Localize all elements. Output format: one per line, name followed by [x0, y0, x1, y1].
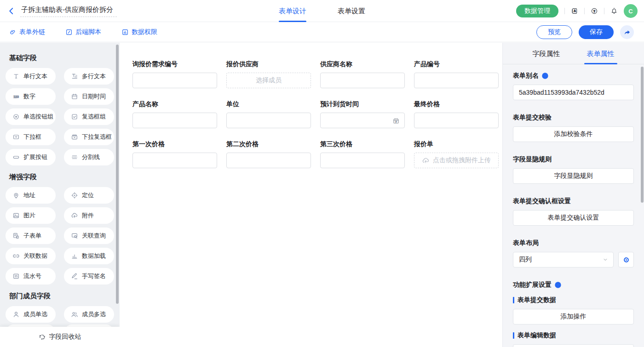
- form-field-date[interactable]: 预计到货时间: [320, 100, 405, 128]
- field-input[interactable]: [414, 113, 499, 128]
- field-recycle-bin[interactable]: 字段回收站: [0, 327, 120, 347]
- field-type-checkbox-group[interactable]: 复选框组: [64, 108, 114, 125]
- help-filled-icon[interactable]: [554, 281, 562, 289]
- field-type-location[interactable]: 定位: [64, 187, 114, 204]
- calendar-icon: [392, 117, 400, 125]
- field-type-subform[interactable]: 子表单: [6, 228, 56, 244]
- form-field-text[interactable]: 供应商名称: [320, 60, 405, 88]
- form-title[interactable]: 子拆主辅助表-供应商报价拆分: [20, 5, 117, 17]
- field-label: 报价供应商: [226, 60, 311, 68]
- tab-field-properties[interactable]: 字段属性: [533, 43, 560, 64]
- field-type-single-line-text[interactable]: 单行文本: [6, 68, 56, 85]
- form-field-text[interactable]: 第三次价格: [320, 140, 405, 168]
- data-manage-button[interactable]: 数据管理: [516, 5, 558, 17]
- sidebar-scrollbar[interactable]: [116, 45, 119, 304]
- external-link-button[interactable]: 表单外链: [9, 28, 45, 36]
- datetime-icon: [71, 93, 78, 100]
- form-field-text[interactable]: 最终价格: [414, 100, 499, 128]
- layout-select[interactable]: 四列: [513, 252, 614, 267]
- form-field-member[interactable]: 报价供应商 选择成员: [226, 60, 311, 88]
- field-type-multi-line-text[interactable]: 多行文本: [64, 68, 114, 85]
- divider: [604, 8, 604, 14]
- field-type-attachment[interactable]: 附件: [64, 207, 114, 224]
- location-icon: [71, 192, 78, 199]
- group-title-enhanced: 增强字段: [9, 173, 114, 182]
- add-validation-button[interactable]: 添加校验条件: [513, 126, 634, 142]
- form-field-text[interactable]: 产品编号: [414, 60, 499, 88]
- field-input[interactable]: [226, 113, 311, 128]
- field-input[interactable]: [320, 113, 405, 128]
- field-type-serial-number[interactable]: 流水号: [6, 268, 56, 284]
- field-type-select[interactable]: 下拉框: [6, 129, 56, 145]
- panel-scrollbar[interactable]: [641, 67, 644, 203]
- address-book-icon[interactable]: [571, 7, 578, 15]
- field-input[interactable]: [132, 73, 217, 88]
- field-type-member-multi[interactable]: 成员多选: [64, 306, 114, 323]
- tab-form-design[interactable]: 表单设计: [279, 0, 306, 22]
- field-type-linked-query[interactable]: 关联查询: [64, 228, 114, 244]
- field-type-datetime[interactable]: 日期时间: [64, 88, 114, 105]
- field-label: 预计到货时间: [320, 100, 405, 108]
- share-button[interactable]: [620, 25, 634, 39]
- backend-script-button[interactable]: 后端脚本: [65, 28, 101, 36]
- tab-form-properties[interactable]: 表单属性: [587, 43, 615, 64]
- upload-cloud-icon: [422, 157, 430, 165]
- link-icon: [9, 28, 17, 36]
- preview-button[interactable]: 预览: [536, 25, 572, 39]
- image-icon: [12, 212, 20, 219]
- field-input[interactable]: [132, 113, 217, 128]
- field-type-address[interactable]: 地址: [6, 187, 56, 204]
- linked-query-icon: [71, 232, 78, 239]
- edit-data-add-action-button[interactable]: 添加操作: [513, 344, 634, 347]
- field-type-number[interactable]: 数字: [6, 88, 56, 105]
- form-layout-label: 表单布局: [513, 239, 634, 247]
- field-input[interactable]: 选择成员: [226, 73, 311, 88]
- form-toolbar: 表单外链 后端脚本 数据权限 预览 保存: [0, 23, 644, 42]
- field-type-member-single[interactable]: 成员单选: [6, 306, 56, 323]
- form-field-upload[interactable]: 报价单 点击或拖拽附件上传: [414, 140, 499, 168]
- data-permission-button[interactable]: 数据权限: [121, 28, 157, 36]
- field-visibility-button[interactable]: 字段显隐规则: [513, 168, 634, 184]
- member-multi-icon: [71, 311, 78, 318]
- help-icon[interactable]: [591, 7, 598, 15]
- notification-bell-icon[interactable]: [610, 7, 618, 15]
- submit-data-add-action-button[interactable]: 添加操作: [513, 309, 634, 324]
- avatar[interactable]: C: [624, 4, 638, 18]
- field-type-divider[interactable]: 分割线: [64, 149, 114, 165]
- tab-form-settings[interactable]: 表单设置: [338, 0, 365, 22]
- field-input[interactable]: 点击或拖拽附件上传: [414, 153, 499, 168]
- form-alias-input[interactable]: [513, 85, 634, 100]
- form-canvas: 询报价需求编号 报价供应商 选择成员 供应商名称 产品编号 产品名称 单位 预计…: [120, 43, 502, 347]
- form-field-text[interactable]: 询报价需求编号: [132, 60, 217, 88]
- form-alias-label: 表单别名: [513, 72, 634, 80]
- submit-confirm-button[interactable]: 表单提交确认设置: [513, 210, 634, 226]
- checkbox-group-icon: [71, 113, 78, 120]
- field-input[interactable]: [132, 153, 217, 168]
- form-field-text[interactable]: 单位: [226, 100, 311, 128]
- submit-confirm-label: 表单提交确认框设置: [513, 197, 634, 205]
- field-library-sidebar: 基础字段 单行文本 多行文本 数字 日期时间 单选按钮组 复选框组 下拉框 下拉…: [0, 43, 120, 347]
- field-input[interactable]: [414, 73, 499, 88]
- field-type-extend-button[interactable]: 扩展按钮: [6, 149, 56, 165]
- field-type-radio-group[interactable]: 单选按钮组: [6, 108, 56, 125]
- field-type-linked-data[interactable]: 关联数据: [6, 248, 56, 264]
- layout-settings-button[interactable]: [618, 252, 634, 267]
- extension-settings-label: 功能扩展设置: [513, 281, 634, 289]
- form-field-text[interactable]: 第一次价格: [132, 140, 217, 168]
- divider: [564, 8, 565, 14]
- field-type-data-load[interactable]: 数据加载: [64, 248, 114, 264]
- divider: [584, 8, 585, 14]
- field-type-signature[interactable]: 手写签名: [64, 268, 114, 284]
- field-type-image[interactable]: 图片: [6, 207, 56, 224]
- field-input[interactable]: [226, 153, 311, 168]
- form-field-text[interactable]: 产品名称: [132, 100, 217, 128]
- field-type-multi-select[interactable]: 下拉复选框: [64, 129, 114, 145]
- submit-data-label: 表单提交数据: [513, 296, 634, 304]
- member-single-icon: [12, 311, 20, 318]
- field-input[interactable]: [320, 153, 405, 168]
- back-button[interactable]: [7, 7, 16, 15]
- help-filled-icon[interactable]: [541, 72, 549, 80]
- field-input[interactable]: [320, 73, 405, 88]
- form-field-text[interactable]: 第二次价格: [226, 140, 311, 168]
- save-button[interactable]: 保存: [579, 25, 614, 39]
